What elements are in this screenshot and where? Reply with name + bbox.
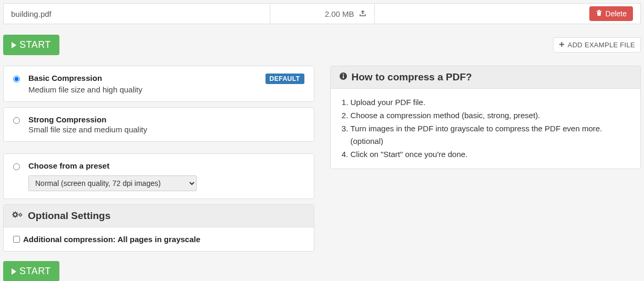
svg-rect-3 (596, 11, 601, 12)
file-actions-cell: Delete (375, 3, 641, 24)
help-steps-list: Upload your PDF file. Choose a compressi… (340, 96, 631, 161)
radio-strong[interactable] (13, 117, 20, 124)
optional-settings-header: Optional Settings (4, 205, 314, 227)
svg-rect-9 (12, 214, 13, 215)
svg-rect-10 (17, 214, 18, 215)
info-icon (339, 71, 347, 83)
file-name-cell: building.pdf (3, 3, 270, 24)
default-badge: DEFAULT (265, 74, 304, 84)
svg-rect-0 (360, 15, 366, 16)
svg-rect-1 (360, 14, 361, 15)
preset-select[interactable]: Normal (screen quality, 72 dpi images) (28, 175, 197, 191)
svg-rect-2 (365, 14, 366, 15)
help-step: Turn images in the PDF into grayscale to… (351, 122, 631, 149)
svg-rect-6 (559, 44, 564, 45)
option-basic-compression[interactable]: Basic Compression DEFAULT Medium file si… (3, 66, 314, 102)
trash-icon (596, 9, 602, 18)
option-preset[interactable]: Choose from a preset Normal (screen qual… (3, 153, 314, 199)
file-size-cell: 2.00 MB (270, 3, 375, 24)
start-label: START (19, 39, 51, 50)
optional-settings-panel: Optional Settings Additional compression… (3, 204, 314, 252)
radio-preset[interactable] (13, 163, 20, 170)
start-button-bottom[interactable]: START (3, 261, 59, 281)
help-header: How to compress a PDF? (331, 66, 641, 89)
file-row: building.pdf 2.00 MB Delete (3, 3, 641, 24)
options-column: Basic Compression DEFAULT Medium file si… (3, 66, 314, 281)
add-example-label: ADD EXAMPLE FILE (568, 41, 635, 49)
optional-settings-heading: Optional Settings (28, 210, 110, 222)
plus-icon (559, 41, 565, 49)
help-heading: How to compress a PDF? (352, 71, 472, 83)
option-title: Basic Compression (28, 74, 102, 82)
start-label: START (19, 266, 51, 277)
upload-icon (359, 9, 367, 18)
svg-rect-4 (598, 10, 600, 11)
svg-rect-8 (15, 217, 15, 218)
help-step: Upload your PDF file. (351, 96, 631, 109)
svg-point-21 (342, 74, 343, 75)
option-strong-compression[interactable]: Strong Compression Small file size and m… (3, 107, 314, 142)
grayscale-row: Additional compression: All pages in gra… (13, 235, 304, 244)
option-subtitle: Small file size and medium quality (28, 125, 304, 134)
delete-button[interactable]: Delete (589, 6, 633, 21)
svg-rect-7 (15, 211, 15, 212)
help-step: Click on "Start" once you're done. (351, 148, 631, 161)
chevron-right-icon (12, 268, 16, 275)
option-title: Strong Compression (28, 115, 106, 124)
chevron-right-icon (12, 42, 16, 48)
add-example-file-button[interactable]: ADD EXAMPLE FILE (553, 37, 641, 53)
grayscale-checkbox[interactable] (13, 236, 20, 243)
grayscale-label[interactable]: Additional compression: All pages in gra… (23, 235, 200, 244)
option-subtitle: Medium file size and high quality (28, 85, 304, 94)
start-button-top[interactable]: START (3, 35, 59, 55)
svg-rect-15 (20, 213, 21, 213)
help-step: Choose a compression method (basic, stro… (351, 109, 631, 122)
svg-rect-18 (22, 215, 22, 215)
start-row-top: START ADD EXAMPLE FILE (3, 35, 641, 55)
svg-rect-20 (343, 76, 344, 78)
svg-rect-17 (18, 215, 19, 215)
radio-basic[interactable] (13, 76, 20, 82)
gears-icon (12, 210, 24, 222)
file-size: 2.00 MB (325, 9, 354, 18)
help-panel: How to compress a PDF? Upload your PDF f… (330, 66, 641, 169)
option-title: Choose from a preset (28, 161, 109, 170)
delete-label: Delete (606, 9, 627, 18)
svg-rect-16 (20, 216, 21, 217)
help-column: How to compress a PDF? Upload your PDF f… (330, 66, 641, 281)
file-name: building.pdf (11, 9, 52, 18)
